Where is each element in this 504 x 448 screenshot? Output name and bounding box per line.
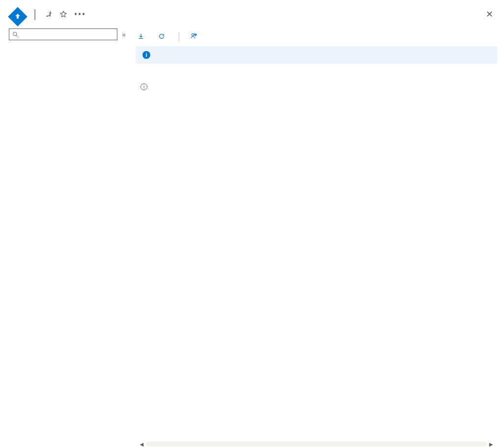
routes-table-scroll[interactable] bbox=[138, 102, 504, 442]
help-icon[interactable]: i bbox=[140, 83, 147, 90]
svg-point-2 bbox=[192, 33, 194, 36]
scroll-right-icon[interactable]: ► bbox=[487, 441, 495, 448]
download-button[interactable] bbox=[138, 33, 147, 41]
resource-type-icon bbox=[8, 7, 28, 26]
more-icon[interactable]: ⋯ bbox=[74, 7, 86, 21]
search-icon bbox=[12, 31, 19, 38]
sidebar-search-input[interactable] bbox=[21, 30, 114, 39]
scroll-left-icon[interactable]: ◄ bbox=[138, 441, 146, 448]
horizontal-scrollbar[interactable]: ◄ ► bbox=[129, 442, 504, 448]
close-button[interactable]: ✕ bbox=[484, 7, 495, 22]
blade-header: | ⋯ ✕ bbox=[0, 0, 504, 28]
toolbar-separator bbox=[179, 32, 179, 41]
feedback-icon bbox=[190, 32, 197, 41]
info-banner: i bbox=[136, 46, 497, 64]
svg-point-0 bbox=[13, 32, 17, 35]
give-feedback-button[interactable] bbox=[190, 32, 200, 41]
collapse-sidebar-icon[interactable]: « bbox=[122, 31, 126, 38]
refresh-button[interactable] bbox=[158, 33, 168, 41]
associated-route-table-row: i bbox=[129, 75, 504, 93]
download-icon bbox=[138, 33, 144, 41]
refresh-icon bbox=[158, 33, 165, 41]
command-bar bbox=[129, 28, 504, 46]
info-icon: i bbox=[142, 51, 150, 59]
pin-icon[interactable] bbox=[46, 7, 53, 21]
sidebar-search[interactable] bbox=[9, 28, 117, 40]
title-separator: | bbox=[30, 7, 39, 21]
main-content: i i ◄ bbox=[129, 28, 504, 448]
star-icon[interactable] bbox=[60, 7, 67, 21]
scope-row bbox=[129, 69, 504, 75]
scrollbar-track[interactable] bbox=[146, 442, 487, 447]
svg-line-1 bbox=[16, 35, 18, 37]
sidebar: « bbox=[0, 28, 129, 448]
effective-routes-heading bbox=[129, 93, 504, 102]
